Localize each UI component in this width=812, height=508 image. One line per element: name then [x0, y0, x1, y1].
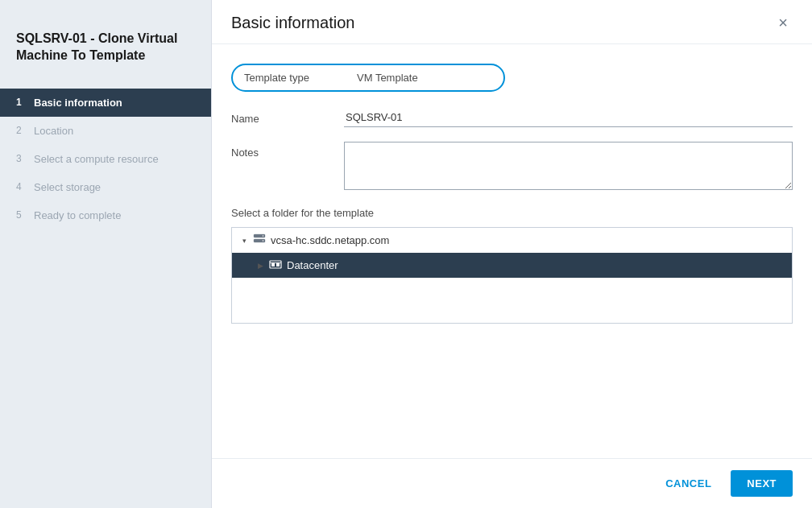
tree-root-label: vcsa-hc.sddc.netapp.com: [271, 234, 389, 246]
dialog-header: Basic information ×: [212, 0, 812, 44]
notes-control: [344, 142, 793, 192]
close-button[interactable]: ×: [773, 13, 793, 32]
notes-input[interactable]: [344, 142, 793, 190]
tree-root-expand[interactable]: ▾: [238, 235, 250, 246]
step-label-2: Location: [34, 125, 73, 137]
dialog-wrapper: SQLSRV-01 - Clone Virtual Machine To Tem…: [0, 0, 812, 508]
tree-root-item[interactable]: ▾ vcsa-hc.sddc.netapp.com: [232, 228, 792, 253]
dialog-footer: CANCEL NEXT: [212, 458, 812, 508]
sidebar-step-1: 1 Basic information: [0, 89, 211, 117]
step-label-1: Basic information: [34, 97, 122, 109]
sidebar: SQLSRV-01 - Clone Virtual Machine To Tem…: [0, 0, 211, 508]
tree-datacenter-expand[interactable]: ▶: [255, 260, 266, 271]
folder-section: Select a folder for the template ▾: [231, 207, 793, 324]
cancel-button[interactable]: CANCEL: [656, 471, 721, 496]
svg-point-2: [263, 235, 264, 237]
step-label-4: Select storage: [34, 181, 101, 193]
step-label-5: Ready to complete: [34, 209, 121, 221]
notes-field-row: Notes: [231, 142, 793, 192]
notes-label: Notes: [231, 142, 344, 159]
sidebar-step-5: 5 Ready to complete: [0, 201, 211, 229]
name-label: Name: [231, 108, 344, 125]
sidebar-steps: 1 Basic information 2 Location 3 Select …: [0, 89, 211, 229]
folder-tree: ▾ vcsa-hc.sddc.netapp.com: [231, 227, 793, 324]
name-input[interactable]: [344, 108, 793, 127]
step-number-4: 4: [16, 181, 27, 192]
name-control: [344, 108, 793, 127]
template-type-value: VM Template: [357, 72, 418, 84]
template-type-row: Template type VM Template: [231, 64, 505, 92]
svg-point-3: [263, 240, 264, 242]
step-label-3: Select a compute resource: [34, 153, 159, 165]
sidebar-step-4: 4 Select storage: [0, 173, 211, 201]
datacenter-icon: [269, 258, 282, 273]
folder-section-label: Select a folder for the template: [231, 207, 793, 219]
step-number-2: 2: [16, 125, 27, 136]
step-number-1: 1: [16, 97, 27, 108]
sidebar-step-3: 3 Select a compute resource: [0, 145, 211, 173]
step-number-3: 3: [16, 153, 27, 164]
sidebar-step-2: 2 Location: [0, 117, 211, 145]
sidebar-title: SQLSRV-01 - Clone Virtual Machine To Tem…: [0, 16, 211, 81]
next-button[interactable]: NEXT: [731, 470, 793, 497]
dialog-body: Template type VM Template Name Notes Sel…: [212, 44, 812, 458]
main-content: Basic information × Template type VM Tem…: [211, 0, 812, 508]
template-type-label: Template type: [244, 72, 357, 84]
datacenter-label: Datacenter: [287, 259, 338, 271]
dialog-title: Basic information: [231, 14, 354, 32]
name-field-row: Name: [231, 108, 793, 127]
tree-datacenter-item[interactable]: ▶ Datacenter: [232, 253, 792, 278]
step-number-5: 5: [16, 209, 27, 221]
root-server-icon: [253, 233, 266, 248]
